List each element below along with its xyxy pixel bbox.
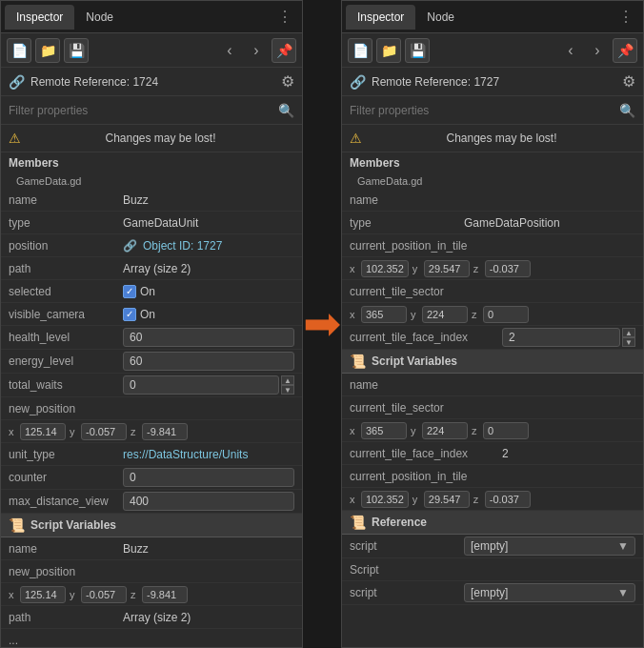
more-menu-left[interactable]: ⋮ [272, 8, 298, 26]
prop-name-label: name [9, 193, 123, 207]
filter-input-right[interactable] [350, 104, 619, 117]
left-panel: Inspector Node ⋮ 📄 📁 💾 ‹ › 📌 🔗 Remote Re… [0, 0, 303, 648]
prop-health-level-value[interactable]: 60 [123, 328, 294, 347]
tab-inspector-right[interactable]: Inspector [346, 5, 415, 30]
sv-new-position-values: x 125.14 y -0.057 z -9.841 [1, 583, 302, 606]
rp-current-position-x-item: x 102.352 [350, 260, 409, 277]
prop-position-label: position [9, 239, 123, 253]
rp-tile-sector-z-val[interactable]: 0 [483, 306, 529, 323]
search-icon-right: 🔍 [619, 103, 635, 118]
rsv-current-position-z-val[interactable]: -0.037 [485, 491, 531, 508]
spinner-up[interactable]: ▲ [281, 375, 294, 385]
prop-energy-level-value[interactable]: 60 [123, 352, 294, 371]
rsv-current-position-x-val[interactable]: 102.352 [361, 491, 409, 508]
rsv-tile-face: current_tile_face_index 2 [342, 442, 643, 465]
prop-unit-type-label: unit_type [9, 448, 123, 461]
prop-total-waits-field[interactable]: 0 [123, 375, 279, 395]
rp-current-position-z-val[interactable]: -0.037 [485, 260, 531, 277]
back-button-right[interactable]: ‹ [559, 39, 582, 62]
sv-name-value: Buzz [123, 542, 294, 556]
rsv-tile-sector-x-val[interactable]: 365 [361, 422, 407, 439]
settings-icon-left[interactable]: ⚙ [281, 72, 294, 91]
settings-icon-right[interactable]: ⚙ [622, 72, 635, 91]
spinner-down[interactable]: ▼ [281, 385, 294, 395]
visible-camera-checkbox[interactable]: ✓ [123, 308, 136, 321]
rp-script-select[interactable]: [empty] ▼ [464, 537, 635, 556]
sv-new-position-z-val[interactable]: -9.841 [142, 586, 188, 603]
rp-current-position-y-val[interactable]: 29.547 [424, 260, 470, 277]
rp-script2-header: Script [342, 558, 643, 581]
new-position-y-axis: y [70, 426, 79, 437]
sv-new-position-x-val[interactable]: 125.14 [20, 586, 66, 603]
new-position-y-item: y -0.057 [70, 423, 127, 440]
rp-tile-face-spinner-down[interactable]: ▼ [622, 337, 635, 347]
prop-max-distance-value[interactable]: 400 [123, 492, 294, 511]
script-variables-bar-left: 📜 Script Variables [1, 514, 302, 537]
sv-new-position-header: new_position [1, 560, 302, 583]
rp-type-label: type [350, 216, 464, 230]
sv-new-position-z-item: z -9.841 [131, 586, 188, 603]
prop-counter-value[interactable]: 0 [123, 468, 294, 487]
tab-node-left[interactable]: Node [74, 5, 125, 30]
sv-placeholder-label: ... [9, 634, 123, 647]
rsv-current-position-vec3: x 102.352 y 29.547 z -0.037 [350, 491, 635, 508]
forward-button-right[interactable]: › [586, 39, 609, 62]
rp-current-position-label: current_position_in_tile [350, 239, 464, 253]
rsv-current-position-label: current_position_in_tile [350, 470, 464, 483]
forward-button-left[interactable]: › [245, 39, 268, 62]
rp-tile-face-spinner-up[interactable]: ▲ [622, 328, 635, 337]
prop-name-value: Buzz [123, 193, 294, 207]
back-button-left[interactable]: ‹ [218, 39, 241, 62]
new-doc-button-right[interactable]: 📄 [348, 38, 372, 63]
tab-inspector-left[interactable]: Inspector [5, 5, 74, 30]
selected-checkbox[interactable]: ✓ [123, 285, 136, 298]
prop-position-value[interactable]: Object ID: 1727 [143, 239, 294, 253]
filter-input-left[interactable] [9, 104, 278, 117]
rsv-tile-sector-z-val[interactable]: 0 [483, 422, 529, 439]
rp-tile-face-field[interactable]: 2 [502, 328, 620, 347]
prop-energy-level: energy_level 60 [1, 350, 302, 374]
rp-current-position-x-val[interactable]: 102.352 [361, 260, 409, 277]
prop-max-distance: max_distance_view 400 [1, 490, 302, 514]
new-doc-button-left[interactable]: 📄 [7, 38, 31, 63]
prop-unit-type: unit_type res://DataStructure/Units [1, 443, 302, 466]
more-menu-right[interactable]: ⋮ [613, 8, 639, 26]
tab-node-right[interactable]: Node [415, 5, 466, 30]
new-position-z-val[interactable]: -9.841 [142, 423, 188, 440]
rsv-current-position-z-axis: z [473, 494, 483, 505]
remote-ref-bar-right: 🔗 Remote Reference: 1727 ⚙ [342, 68, 643, 96]
rsv-tile-face-label: current_tile_face_index [350, 447, 502, 460]
rsv-tile-sector-x-item: x 365 [350, 422, 407, 439]
open-button-left[interactable]: 📁 [35, 38, 60, 63]
new-position-x-val[interactable]: 125.14 [20, 423, 66, 440]
left-toolbar: 📄 📁 💾 ‹ › 📌 [1, 33, 302, 68]
pin-button-left[interactable]: 📌 [272, 38, 296, 63]
new-position-vec3: x 125.14 y -0.057 z -9.841 [9, 423, 294, 440]
rp-script3-select[interactable]: [empty] ▼ [464, 583, 635, 602]
remote-ref-icon-right: 🔗 [350, 74, 366, 90]
prop-selected-label: selected [9, 285, 123, 298]
rsv-tile-sector-y-val[interactable]: 224 [422, 422, 468, 439]
prop-selected-checkbox-row: ✓ On [123, 285, 155, 298]
reference-label-right: Reference [372, 516, 427, 529]
sv-new-position-x-axis: x [9, 589, 18, 600]
filter-bar-left: 🔍 [1, 96, 302, 125]
sv-new-position-y-val[interactable]: -0.057 [81, 586, 127, 603]
prop-unit-type-value[interactable]: res://DataStructure/Units [123, 448, 294, 461]
rp-current-position-values: x 102.352 y 29.547 z -0.037 [342, 257, 643, 280]
pin-button-right[interactable]: 📌 [613, 38, 637, 63]
prop-health-level: health_level 60 [1, 326, 302, 350]
rp-tile-sector-x-val[interactable]: 365 [361, 306, 407, 323]
rsv-current-position-y-axis: y [413, 494, 422, 505]
new-position-y-val[interactable]: -0.057 [81, 423, 127, 440]
rsv-current-position-y-val[interactable]: 29.547 [424, 491, 470, 508]
save-button-right[interactable]: 💾 [405, 38, 430, 63]
save-button-left[interactable]: 💾 [64, 38, 89, 63]
rp-tile-sector-y-val[interactable]: 224 [422, 306, 468, 323]
open-button-right[interactable]: 📁 [376, 38, 401, 63]
prop-total-waits-input: 0 ▲ ▼ [123, 375, 294, 395]
rp-current-position-y-axis: y [413, 263, 422, 274]
script-var-label-left: Script Variables [30, 518, 116, 532]
prop-visible-camera-on: On [140, 308, 155, 321]
rp-tile-sector-z-item: z 0 [472, 306, 529, 323]
